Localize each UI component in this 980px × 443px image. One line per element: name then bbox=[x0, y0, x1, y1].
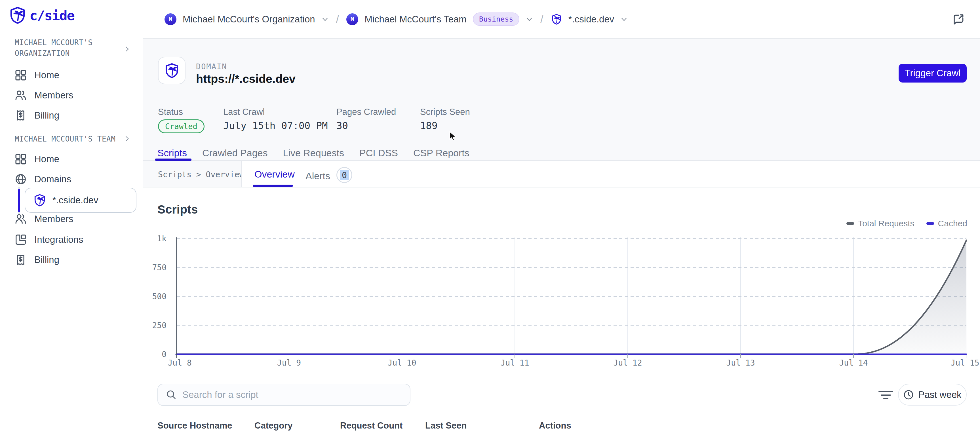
org-section-label: MICHAEL MCCOURT'S ORGANIZATION bbox=[15, 37, 120, 59]
tab-crawled-pages[interactable]: Crawled Pages bbox=[202, 148, 268, 159]
chevron-down-icon[interactable] bbox=[620, 16, 628, 23]
sidebar-item-label: Integrations bbox=[34, 234, 83, 245]
col-last-seen: Last Seen bbox=[425, 421, 466, 431]
x-axis-tick-label: Jul 13 bbox=[726, 358, 755, 368]
time-range-button[interactable]: Past week bbox=[898, 384, 967, 406]
sidebar-item-domains[interactable]: Domains bbox=[15, 169, 71, 189]
domain-url: https://*.cside.dev bbox=[196, 72, 296, 86]
breadcrumb-team[interactable]: Michael McCourt's Team bbox=[364, 14, 466, 25]
col-actions: Actions bbox=[539, 421, 571, 431]
shield-palm-icon bbox=[551, 14, 562, 25]
legend-swatch bbox=[926, 222, 934, 225]
legend-item[interactable]: Total Requests bbox=[846, 219, 914, 228]
sidebar-item-team-members[interactable]: Members bbox=[15, 209, 73, 229]
table-header-border bbox=[143, 441, 980, 441]
team-section-label: MICHAEL MCCOURT'S TEAM bbox=[15, 134, 120, 144]
breadcrumb-domain[interactable]: *.cside.dev bbox=[568, 14, 614, 25]
status-badge: Crawled bbox=[158, 119, 205, 133]
y-axis-tick-label: 250 bbox=[152, 321, 167, 330]
alerts-count-badge: 0 bbox=[336, 167, 352, 183]
sidebar-item-org-home[interactable]: Home bbox=[15, 65, 59, 85]
time-range-label: Past week bbox=[918, 389, 961, 400]
alerts-count: 0 bbox=[340, 170, 349, 180]
y-axis-tick-label: 750 bbox=[152, 263, 167, 272]
trigger-crawl-button[interactable]: Trigger Crawl bbox=[899, 64, 967, 83]
tab-scripts[interactable]: Scripts bbox=[158, 148, 187, 159]
legend-swatch bbox=[846, 222, 854, 225]
domain-kicker: DOMAIN bbox=[196, 62, 227, 71]
receipt-icon bbox=[15, 110, 27, 121]
panel-title: Scripts bbox=[158, 203, 198, 216]
chevron-down-icon[interactable] bbox=[526, 16, 533, 23]
breadcrumb-org[interactable]: Michael McCourt's Organization bbox=[183, 14, 315, 25]
chart-x-axis-labels: Jul 8Jul 9Jul 10Jul 11Jul 12Jul 13Jul 14… bbox=[176, 358, 966, 368]
feedback-share-icon[interactable] bbox=[951, 13, 965, 26]
chevron-down-icon[interactable] bbox=[321, 16, 329, 23]
receipt-icon bbox=[15, 254, 27, 266]
app-window: c/side MICHAEL MCCOURT'S ORGANIZATION Ho… bbox=[0, 0, 980, 443]
chart-legend: Total RequestsCached bbox=[846, 219, 967, 228]
col-source-hostname: Source Hostname bbox=[158, 421, 232, 431]
breadcrumb-separator: / bbox=[539, 13, 545, 25]
x-axis-tick-label: Jul 9 bbox=[277, 358, 301, 368]
plan-badge: Business bbox=[473, 13, 519, 26]
legend-item[interactable]: Cached bbox=[926, 219, 967, 228]
pages-crawled-label: Pages Crawled bbox=[336, 107, 396, 117]
scripts-panel: Scripts Total RequestsCached 02505007501… bbox=[143, 187, 980, 443]
col-category: Category bbox=[255, 421, 293, 431]
sidebar-item-team-billing[interactable]: Billing bbox=[15, 249, 59, 270]
x-axis-tick-label: Jul 14 bbox=[839, 358, 868, 368]
tab-csp-reports[interactable]: CSP Reports bbox=[413, 148, 469, 159]
table-column-divider bbox=[240, 414, 240, 441]
chevron-right-icon[interactable] bbox=[123, 45, 131, 53]
filter-icon[interactable] bbox=[878, 389, 894, 401]
last-crawl-value: July 15th 07:00 PM bbox=[223, 120, 328, 131]
brand-name: c/side bbox=[30, 8, 74, 23]
sidebar-item-integrations[interactable]: Integrations bbox=[15, 229, 83, 249]
users-icon bbox=[15, 213, 27, 225]
y-axis-tick-label: 500 bbox=[152, 292, 167, 301]
grid-icon bbox=[15, 153, 27, 165]
sidebar-item-label: Home bbox=[34, 70, 59, 81]
blocks-icon bbox=[15, 234, 27, 246]
domain-icon-card bbox=[158, 57, 186, 84]
org-avatar[interactable]: M bbox=[164, 13, 177, 25]
scripts-seen-label: Scripts Seen bbox=[420, 107, 470, 117]
tab-overview[interactable]: Overview bbox=[255, 169, 295, 180]
mouse-cursor bbox=[447, 130, 459, 142]
chevron-right-icon[interactable] bbox=[123, 135, 131, 142]
subnav-breadcrumb: Scripts > Overview bbox=[158, 170, 244, 179]
brand-logo[interactable]: c/side bbox=[8, 6, 74, 24]
top-bar: M Michael McCourt's Organization / M Mic… bbox=[143, 0, 980, 39]
shield-palm-icon bbox=[164, 63, 180, 79]
x-axis-tick-label: Jul 11 bbox=[500, 358, 529, 368]
tab-alerts[interactable]: Alerts 0 bbox=[305, 169, 352, 183]
globe-icon bbox=[15, 173, 27, 185]
sidebar-item-label: Members bbox=[34, 214, 73, 224]
chart-canvas bbox=[176, 237, 966, 360]
users-icon bbox=[15, 89, 27, 101]
grid-icon bbox=[15, 69, 27, 81]
sidebar: c/side MICHAEL MCCOURT'S ORGANIZATION Ho… bbox=[0, 0, 143, 443]
sidebar-item-team-home[interactable]: Home bbox=[15, 149, 59, 169]
shield-palm-icon bbox=[8, 6, 27, 24]
tab-live-requests[interactable]: Live Requests bbox=[283, 148, 344, 159]
pages-crawled-value: 30 bbox=[336, 120, 348, 131]
main-content: DOMAIN https://*.cside.dev Trigger Crawl… bbox=[143, 39, 980, 443]
sidebar-item-org-members[interactable]: Members bbox=[15, 85, 73, 105]
sidebar-item-org-billing[interactable]: Billing bbox=[15, 105, 59, 125]
status-label: Status bbox=[158, 107, 183, 117]
script-search[interactable] bbox=[158, 384, 410, 406]
x-axis-tick-label: Jul 10 bbox=[387, 358, 416, 368]
team-avatar[interactable]: M bbox=[346, 13, 358, 25]
col-request-count: Request Count bbox=[340, 421, 402, 431]
tab-pci-dss[interactable]: PCI DSS bbox=[360, 148, 398, 159]
x-axis-tick-label: Jul 15 bbox=[950, 358, 979, 368]
y-axis-tick-label: 0 bbox=[162, 350, 167, 359]
breadcrumb: M Michael McCourt's Organization / M Mic… bbox=[164, 0, 628, 38]
sub-navigation: Scripts > Overview Overview Alerts 0 bbox=[143, 161, 980, 187]
active-subtab-underline bbox=[253, 185, 293, 187]
search-input[interactable] bbox=[182, 389, 392, 400]
y-axis-tick-label: 1k bbox=[157, 234, 167, 243]
alerts-label: Alerts bbox=[305, 170, 330, 181]
